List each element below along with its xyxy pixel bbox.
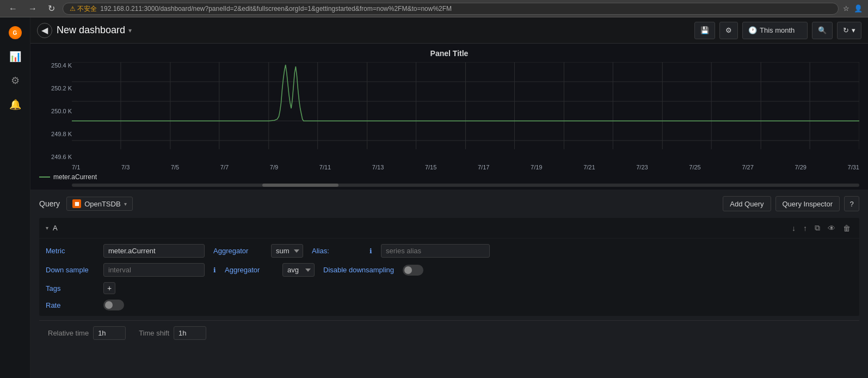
chart-wrapper: 250.4 K 250.2 K 250.0 K 249.8 K 249.6 K xyxy=(39,62,859,171)
url-bar[interactable]: ⚠ 不安全 192.168.0.211:3000/dashboard/new?p… xyxy=(63,3,839,15)
add-tag-button[interactable]: + xyxy=(103,282,115,294)
move-down-button[interactable]: ↓ xyxy=(790,222,798,234)
x-label-1: 7/3 xyxy=(121,164,130,170)
tags-label: Tags xyxy=(46,284,95,292)
downsample-aggregator-select[interactable]: avg sum min max xyxy=(282,263,315,277)
search-button[interactable]: 🔍 xyxy=(812,22,833,39)
relative-time-field: Relative time xyxy=(48,326,126,340)
toggle-visibility-button[interactable]: 👁 xyxy=(826,222,838,234)
rate-row: Rate xyxy=(46,300,853,310)
delete-button[interactable]: 🗑 xyxy=(841,222,853,234)
downsample-info-icon[interactable]: ℹ xyxy=(213,266,216,274)
alias-info-icon[interactable]: ℹ xyxy=(370,247,372,255)
aggregator-select[interactable]: sum avg min max xyxy=(271,244,303,258)
x-label-7: 7/15 xyxy=(425,164,436,170)
datasource-select[interactable]: ▦ OpenTSDB ▾ xyxy=(66,197,132,211)
back-button[interactable]: ◀ xyxy=(37,23,52,38)
scrollbar-thumb[interactable] xyxy=(262,184,338,187)
query-header-right: Add Query Query Inspector ? xyxy=(723,196,859,211)
add-query-button[interactable]: Add Query xyxy=(723,196,771,211)
query-row-label: ▾ A xyxy=(46,224,58,232)
disable-downsampling-label: Disable downsampling xyxy=(323,266,394,274)
alias-input[interactable] xyxy=(381,244,490,258)
bottom-row: Relative time Time shift xyxy=(39,320,859,345)
y-label-1: 250.2 K xyxy=(39,85,72,92)
query-row-a-header: ▾ A ↓ ↑ ⧉ 👁 🗑 xyxy=(39,218,859,239)
move-up-button[interactable]: ↑ xyxy=(801,222,809,234)
x-label-6: 7/13 xyxy=(372,164,384,170)
metric-input[interactable] xyxy=(103,244,205,258)
reload-browser-btn[interactable]: ↻ xyxy=(45,2,58,15)
browser-star-icon[interactable]: ☆ xyxy=(843,4,849,13)
rate-label: Rate xyxy=(46,301,95,309)
relative-time-label: Relative time xyxy=(48,329,89,337)
time-range-button[interactable]: 🕐 This month xyxy=(742,22,808,39)
x-label-12: 7/25 xyxy=(689,164,700,170)
main-container: G 📊 ⚙ 🔔 ◀ New dashboard ▾ 💾 ⚙ xyxy=(0,17,868,378)
settings-button[interactable]: ⚙ xyxy=(719,22,738,39)
legend-color xyxy=(39,176,50,178)
downsample-aggregator-label: Aggregator xyxy=(225,266,274,274)
sidebar-logo[interactable]: G xyxy=(4,22,26,44)
sidebar-chart-icon[interactable]: 📊 xyxy=(4,46,26,68)
x-label-13: 7/27 xyxy=(742,164,753,170)
x-label-0: 7/1 xyxy=(72,164,80,170)
refresh-icon: ↻ xyxy=(843,26,849,34)
scrollbar-area[interactable] xyxy=(39,183,859,187)
sidebar-bell-icon[interactable]: 🔔 xyxy=(4,94,26,115)
aggregator-label: Aggregator xyxy=(213,247,262,255)
x-label-15: 7/31 xyxy=(848,164,859,170)
disable-downsampling-toggle[interactable] xyxy=(403,265,423,276)
time-shift-input[interactable] xyxy=(174,326,206,340)
topbar: ◀ New dashboard ▾ 💾 ⚙ 🕐 This month xyxy=(30,17,868,44)
clock-icon: 🕐 xyxy=(748,26,757,34)
save-button[interactable]: 💾 xyxy=(694,22,715,39)
forward-browser-btn[interactable]: → xyxy=(25,3,40,15)
query-row-a: ▾ A ↓ ↑ ⧉ 👁 🗑 Metric xyxy=(39,218,859,316)
back-browser-btn[interactable]: ← xyxy=(5,3,21,15)
x-label-2: 7/5 xyxy=(171,164,179,170)
datasource-icon: ▦ xyxy=(72,199,81,208)
search-icon: 🔍 xyxy=(818,26,827,34)
dashboard-dropdown-arrow[interactable]: ▾ xyxy=(128,27,132,34)
x-label-11: 7/23 xyxy=(636,164,648,170)
duplicate-button[interactable]: ⧉ xyxy=(812,222,822,234)
save-icon: 💾 xyxy=(700,26,709,34)
url-text: 192.168.0.211:3000/dashboard/new?panelId… xyxy=(100,4,452,14)
legend-label: meter.aCurrent xyxy=(53,173,97,181)
relative-time-input[interactable] xyxy=(93,326,126,340)
topbar-right: 💾 ⚙ 🕐 This month 🔍 ↻ ▾ xyxy=(694,22,861,39)
time-shift-field: Time shift xyxy=(139,326,206,340)
query-fields: Metric Aggregator sum avg min max Alias:… xyxy=(39,239,859,316)
chart-canvas[interactable]: 7/1 7/3 7/5 7/7 7/9 7/11 7/13 7/15 7/17 … xyxy=(72,62,859,171)
sidebar-gear-icon[interactable]: ⚙ xyxy=(4,70,26,92)
y-label-3: 249.8 K xyxy=(39,131,72,137)
query-inspector-button[interactable]: Query Inspector xyxy=(775,196,840,211)
downsample-label: Down sample xyxy=(46,266,95,274)
query-row-actions: ↓ ↑ ⧉ 👁 🗑 xyxy=(790,222,853,234)
time-range-label: This month xyxy=(760,26,795,34)
settings-icon: ⚙ xyxy=(725,26,732,34)
metric-row: Metric Aggregator sum avg min max Alias:… xyxy=(46,244,853,258)
x-label-14: 7/29 xyxy=(795,164,806,170)
query-row-id: A xyxy=(53,224,58,232)
help-button[interactable]: ? xyxy=(844,196,859,211)
security-warning: ⚠ 不安全 xyxy=(70,4,97,14)
rate-toggle[interactable] xyxy=(103,300,124,310)
refresh-button[interactable]: ↻ ▾ xyxy=(837,22,861,39)
y-label-2: 250.0 K xyxy=(39,108,72,114)
x-label-3: 7/7 xyxy=(220,164,229,170)
alias-label: Alias: xyxy=(312,247,361,255)
chart-svg xyxy=(72,62,859,160)
scrollbar-track[interactable] xyxy=(72,184,859,187)
x-label-10: 7/21 xyxy=(583,164,595,170)
query-header: Query ▦ OpenTSDB ▾ Add Query Query Inspe… xyxy=(39,196,859,211)
query-label: Query xyxy=(39,199,60,208)
toggle-arrow[interactable]: ▾ xyxy=(46,225,48,231)
y-axis: 250.4 K 250.2 K 250.0 K 249.8 K 249.6 K xyxy=(39,62,72,171)
downsample-input[interactable] xyxy=(103,263,205,277)
chart-legend: meter.aCurrent xyxy=(39,173,859,181)
x-label-4: 7/9 xyxy=(270,164,278,170)
sidebar: G 📊 ⚙ 🔔 xyxy=(0,17,30,378)
browser-user-icon[interactable]: 👤 xyxy=(854,4,863,13)
